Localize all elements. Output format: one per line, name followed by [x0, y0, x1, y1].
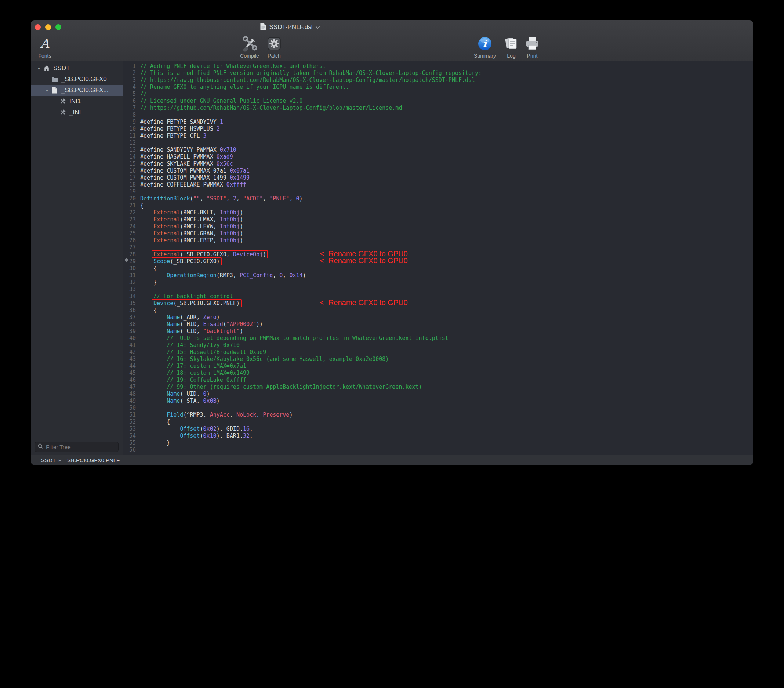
code-line-29[interactable]: 29 Scope(_SB.PCI0.GFX0)<- Rename GFX0 to… — [124, 258, 753, 265]
code-line-10[interactable]: 10#define FBTYPE_HSWPLUS 2 — [124, 125, 753, 132]
code-token: // 17: custom LMAX=0x7a1 — [140, 363, 246, 370]
code-line-37[interactable]: 37 Name(_ADR, Zero) — [124, 314, 753, 321]
minimize-button[interactable] — [45, 24, 51, 30]
title-area: SSDT-PNLF.dsl — [260, 20, 320, 34]
document-proxy-icon[interactable] — [260, 23, 266, 31]
code-line-11[interactable]: 11#define FBTYPE_CFL 3 — [124, 132, 753, 140]
code-line-50[interactable]: 50 — [124, 404, 753, 412]
code-token: { — [140, 202, 143, 209]
code-line-47[interactable]: 47 // 99: Other (requires custom AppleBa… — [124, 384, 753, 391]
code-line-19[interactable]: 19 — [124, 188, 753, 195]
print-button[interactable]: Print — [524, 35, 540, 59]
code-line-12[interactable]: 12 — [124, 140, 753, 147]
code-line-15[interactable]: 15#define SKYLAKE_PWMMAX 0x56c — [124, 160, 753, 167]
sidebar-item-ssdt[interactable]: ▼SSDT — [31, 63, 123, 74]
code-line-35[interactable]: 35 Device(_SB.PCI0.GFX0.PNLF)<- Rename G… — [124, 300, 753, 307]
code-line-32[interactable]: 32 } — [124, 279, 753, 286]
code-text: // https://github.com/RehabMan/OS-X-Clov… — [140, 105, 402, 111]
breadcrumb-leaf[interactable]: _SB.PCI0.GFX0.PNLF — [64, 457, 120, 463]
sidebar-item-sb-pci0-gfx0[interactable]: _SB.PCI0.GFX0 — [31, 74, 123, 85]
disclosure-triangle-icon[interactable]: ▼ — [43, 89, 51, 92]
code-line-43[interactable]: 43 // 16: Skylake/KabyLake 0x56c (and so… — [124, 356, 753, 363]
code-line-5[interactable]: 5// — [124, 91, 753, 98]
code-line-24[interactable]: 24 External(RMCF.LEVW, IntObj) — [124, 223, 753, 230]
code-line-16[interactable]: 16#define CUSTOM_PWMMAX_07a1 0x07a1 — [124, 167, 753, 174]
code-line-14[interactable]: 14#define HASWELL_PWMMAX 0xad9 — [124, 153, 753, 160]
code-line-18[interactable]: 18#define COFFEELAKE_PWMMAX 0xffff — [124, 181, 753, 188]
line-number: 35 — [124, 300, 136, 307]
code-line-53[interactable]: 53 Offset(0x02), GDID,16, — [124, 426, 753, 432]
code-line-36[interactable]: 36 { — [124, 307, 753, 314]
annotation-red-box: Device(_SB.PCI0.GFX0.PNLF) — [152, 299, 242, 307]
code-line-55[interactable]: 55 } — [124, 439, 753, 446]
code-line-33[interactable]: 33 — [124, 286, 753, 293]
zoom-button[interactable] — [55, 24, 61, 30]
log-button[interactable]: Log — [503, 35, 519, 59]
code-text: // For backlight control — [140, 293, 233, 300]
filter-field[interactable] — [35, 442, 119, 452]
code-token: #define CUSTOM_PWMMAX_1499 — [140, 174, 230, 181]
code-line-52[interactable]: 52 { — [124, 419, 753, 426]
code-token: (_CID, — [180, 328, 203, 335]
filter-input[interactable] — [45, 444, 115, 450]
code-line-48[interactable]: 48 Name(_UID, 0) — [124, 391, 753, 398]
code-line-7[interactable]: 7// https://github.com/RehabMan/OS-X-Clo… — [124, 105, 753, 112]
titlebar: SSDT-PNLF.dsl — [31, 20, 753, 34]
patch-button[interactable]: Patch — [266, 35, 282, 59]
code-token: ), BAR1, — [217, 432, 243, 439]
compile-button[interactable]: Compile — [240, 35, 259, 59]
code-line-9[interactable]: 9#define FBTYPE_SANDYIVY 1 — [124, 119, 753, 125]
code-line-45[interactable]: 45 // 18: custom LMAX=0x1499 — [124, 370, 753, 377]
code-token: DefinitionBlock — [140, 195, 190, 202]
disclosure-triangle-icon[interactable]: ▼ — [35, 66, 43, 71]
code-line-8[interactable]: 8 — [124, 112, 753, 119]
code-line-31[interactable]: 31 OperationRegion(RMP3, PCI_Config, 0, … — [124, 272, 753, 279]
code-token: // 19: CoffeeLake 0xffff — [140, 377, 246, 383]
code-token — [140, 237, 153, 244]
code-line-22[interactable]: 22 External(RMCF.BKLT, IntObj) — [124, 209, 753, 216]
code-line-17[interactable]: 17#define CUSTOM_PWMMAX_1499 0x1499 — [124, 174, 753, 181]
summary-button[interactable]: i Summary — [474, 35, 496, 59]
code-line-23[interactable]: 23 External(RMCF.LMAX, IntObj) — [124, 216, 753, 223]
breadcrumb-root[interactable]: SSDT — [41, 457, 56, 463]
code-line-1[interactable]: 1// Adding PNLF device for WhateverGreen… — [124, 63, 753, 70]
code-line-40[interactable]: 40 // _UID is set depending on PWMMax to… — [124, 335, 753, 342]
code-line-25[interactable]: 25 External(RMCF.GRAN, IntObj) — [124, 230, 753, 237]
code-line-21[interactable]: 21{ — [124, 202, 753, 209]
code-line-2[interactable]: 2// This is a modified PNLF version orig… — [124, 70, 753, 77]
code-line-44[interactable]: 44 // 17: custom LMAX=0x7a1 — [124, 363, 753, 370]
code-token: , — [236, 195, 243, 202]
code-line-38[interactable]: 38 Name(_HID, EisaId("APP0002")) — [124, 321, 753, 328]
code-line-6[interactable]: 6// Licensed under GNU General Public Li… — [124, 98, 753, 105]
code-line-13[interactable]: 13#define SANDYIVY_PWMMAX 0x710 — [124, 147, 753, 153]
fonts-button[interactable]: A Fonts — [38, 35, 51, 59]
code-token: // 16: Skylake/KabyLake 0x56c (and some … — [140, 356, 389, 362]
chevron-down-icon[interactable] — [316, 24, 320, 30]
code-line-51[interactable]: 51 Field(^RMP3, AnyAcc, NoLock, Preserve… — [124, 412, 753, 419]
code-line-49[interactable]: 49 Name(_STA, 0x0B) — [124, 398, 753, 404]
sidebar-item-ini1[interactable]: INI1 — [31, 96, 123, 107]
code-line-30[interactable]: 30 { — [124, 265, 753, 272]
code-line-26[interactable]: 26 External(RMCF.FBTP, IntObj) — [124, 237, 753, 244]
code-text: #define SANDYIVY_PWMMAX 0x710 — [140, 147, 236, 153]
code-line-3[interactable]: 3// https://raw.githubusercontent.com/Re… — [124, 77, 753, 84]
code-token: Preserve — [263, 412, 289, 418]
code-line-56[interactable]: 56 — [124, 446, 753, 454]
code-line-4[interactable]: 4// Rename GFX0 to anything else if your… — [124, 84, 753, 91]
sidebar-item-ini[interactable]: _INI — [31, 107, 123, 118]
code-line-39[interactable]: 39 Name(_CID, "backlight") — [124, 328, 753, 335]
code-line-20[interactable]: 20DefinitionBlock("", "SSDT", 2, "ACDT",… — [124, 195, 753, 202]
code-token: 0x0B — [203, 398, 217, 404]
code-line-42[interactable]: 42 // 15: Haswell/Broadwell 0xad9 — [124, 349, 753, 356]
close-button[interactable] — [35, 24, 41, 30]
code-token: // This is a modified PNLF version origi… — [140, 70, 481, 76]
line-number: 25 — [124, 230, 136, 237]
sidebar-item-sb-pci0-gfx[interactable]: ▼_SB.PCI0.GFX... — [31, 85, 123, 96]
code-line-41[interactable]: 41 // 14: Sandy/Ivy 0x710 — [124, 342, 753, 349]
code-token — [140, 321, 166, 327]
code-line-54[interactable]: 54 Offset(0x10), BAR1,32, — [124, 432, 753, 439]
code-line-46[interactable]: 46 // 19: CoffeeLake 0xffff — [124, 377, 753, 384]
code-text: // 99: Other (requires custom AppleBackl… — [140, 384, 422, 390]
code-editor[interactable]: 1// Adding PNLF device for WhateverGreen… — [124, 61, 753, 455]
code-token — [140, 314, 166, 320]
